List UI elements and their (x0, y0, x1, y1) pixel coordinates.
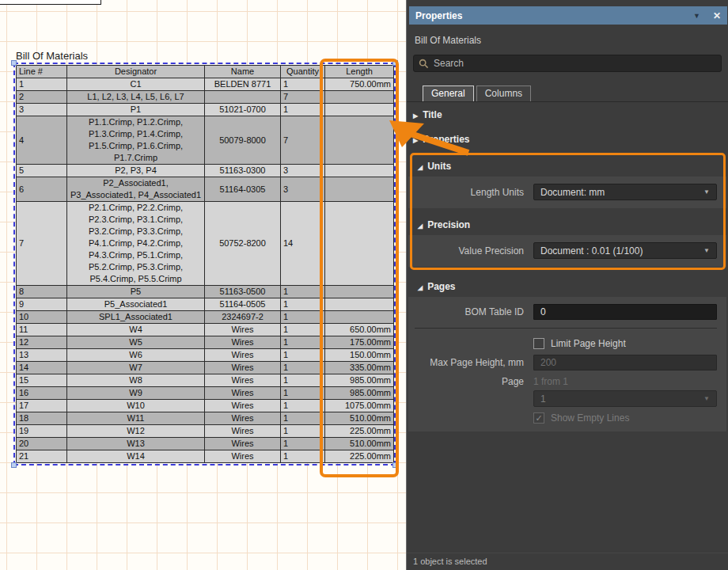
table-row[interactable]: 19W12Wires1225.00mm (17, 425, 394, 438)
bom-cell[interactable]: W8 (67, 374, 205, 387)
bom-cell[interactable]: 12 (17, 336, 67, 349)
bom-cell[interactable]: 1 (281, 298, 325, 311)
bom-cell[interactable]: 1 (281, 104, 325, 116)
table-row[interactable]: 7P2.1.Crimp, P2.2.Crimp, P2.3.Crimp, P3.… (17, 202, 394, 286)
bom-cell[interactable]: 18 (17, 412, 67, 425)
bom-cell[interactable]: W9 (67, 387, 205, 400)
bom-cell[interactable]: 7 (281, 116, 325, 165)
bom-column-header[interactable]: Length (325, 66, 394, 78)
bom-cell[interactable]: 1 (281, 311, 325, 324)
bom-cell[interactable]: 7 (281, 91, 325, 104)
bom-cell[interactable] (325, 165, 394, 177)
bom-cell[interactable]: 750.00mm (325, 78, 394, 91)
bom-cell[interactable]: 1 (281, 374, 325, 387)
bom-cell[interactable]: 19 (17, 425, 67, 438)
bom-cell[interactable]: Wires (205, 387, 281, 400)
schematic-canvas[interactable]: Bill Of Materials Line #DesignatorNameQu… (0, 0, 406, 570)
bom-cell[interactable]: 1 (281, 438, 325, 450)
bom-cell[interactable]: W11 (67, 412, 205, 425)
table-row[interactable]: 21W14Wires1225.00mm (17, 450, 394, 463)
bom-cell[interactable]: 50079-8000 (205, 116, 281, 165)
bom-cell[interactable]: W12 (67, 425, 205, 438)
bom-cell[interactable]: 1 (17, 78, 67, 91)
bom-cell[interactable]: P2.1.Crimp, P2.2.Crimp, P2.3.Crimp, P3.1… (67, 202, 205, 286)
search-box[interactable] (413, 55, 722, 72)
bom-cell[interactable]: 51163-0300 (205, 165, 281, 177)
bom-cell[interactable]: 510.00mm (325, 412, 394, 425)
table-row[interactable]: 10SPL1_Associated12324697-21 (17, 311, 394, 324)
bom-cell[interactable]: 650.00mm (325, 324, 394, 336)
bom-cell[interactable] (325, 311, 394, 324)
bom-cell[interactable] (325, 104, 394, 116)
bom-cell[interactable]: 2324697-2 (205, 311, 281, 324)
bom-cell[interactable]: Wires (205, 336, 281, 349)
table-row[interactable]: 17W10Wires11075.00mm (17, 400, 394, 412)
bom-cell[interactable] (325, 91, 394, 104)
value-precision-dropdown[interactable]: Document : 0.01 (1/100) ▼ (533, 242, 717, 259)
bom-cell[interactable]: 2 (17, 91, 67, 104)
bom-column-header[interactable]: Quantity (281, 66, 325, 78)
tab-general[interactable]: General (423, 86, 474, 101)
bom-cell[interactable]: Wires (205, 324, 281, 336)
section-properties[interactable]: ▶Properties (407, 127, 728, 151)
bom-column-header[interactable]: Line # (17, 66, 67, 78)
bom-cell[interactable]: 13 (17, 349, 67, 362)
bom-cell[interactable]: 16 (17, 387, 67, 400)
bom-cell[interactable]: 14 (281, 202, 325, 286)
bom-cell[interactable]: P5_Associated1 (67, 298, 205, 311)
table-row[interactable]: 15W8Wires1985.00mm (17, 374, 394, 387)
bom-header-row[interactable]: Line #DesignatorNameQuantityLength (17, 66, 394, 78)
bom-cell[interactable]: 11 (17, 324, 67, 336)
table-row[interactable]: 5P2, P3, P451163-03003 (17, 165, 394, 177)
bom-cell[interactable]: Wires (205, 425, 281, 438)
bom-cell[interactable]: P1 (67, 104, 205, 116)
section-precision[interactable]: ◢Precision (407, 208, 728, 235)
bom-cell[interactable]: 15 (17, 374, 67, 387)
bom-cell[interactable] (325, 177, 394, 202)
bom-cell[interactable]: 1 (281, 412, 325, 425)
selection-handle-bottom-left[interactable] (11, 462, 17, 468)
length-units-dropdown[interactable]: Document: mm ▼ (533, 184, 717, 200)
bom-cell[interactable]: 225.00mm (325, 425, 394, 438)
bom-cell[interactable]: 4 (17, 116, 67, 165)
table-row[interactable]: 11W4Wires1650.00mm (17, 324, 394, 336)
limit-page-height-checkbox[interactable] (533, 338, 544, 349)
section-units[interactable]: ◢Units (407, 153, 728, 177)
bom-cell[interactable]: P1.1.Crimp, P1.2.Crimp, P1.3.Crimp, P1.4… (67, 116, 205, 165)
bom-cell[interactable]: 6 (17, 177, 67, 202)
bom-cell[interactable]: 1 (281, 450, 325, 463)
bom-cell[interactable]: 1 (281, 425, 325, 438)
bom-cell[interactable]: 21 (17, 450, 67, 463)
bom-cell[interactable]: 50752-8200 (205, 202, 281, 286)
bom-cell[interactable]: P2, P3, P4 (67, 165, 205, 177)
bom-cell[interactable]: 51164-0305 (205, 177, 281, 202)
table-row[interactable]: 2L1, L2, L3, L4, L5, L6, L77 (17, 91, 394, 104)
bom-cell[interactable]: 3 (17, 104, 67, 116)
bom-cell[interactable]: 10 (17, 311, 67, 324)
bom-cell[interactable]: 8 (17, 286, 67, 298)
bom-cell[interactable]: 1 (281, 400, 325, 412)
bom-cell[interactable]: 150.00mm (325, 349, 394, 362)
bom-cell[interactable]: 510.00mm (325, 438, 394, 450)
search-input[interactable] (434, 58, 716, 69)
section-pages[interactable]: ◢Pages (407, 267, 728, 297)
bom-cell[interactable]: C1 (67, 78, 205, 91)
bom-cell[interactable]: 7 (17, 202, 67, 286)
bom-cell[interactable]: 1 (281, 387, 325, 400)
bom-column-header[interactable]: Designator (67, 66, 205, 78)
table-row[interactable]: 3P151021-07001 (17, 104, 394, 116)
bom-cell[interactable]: W6 (67, 349, 205, 362)
bom-cell[interactable]: Wires (205, 349, 281, 362)
bom-cell[interactable] (205, 91, 281, 104)
bom-cell[interactable]: 3 (281, 165, 325, 177)
bom-cell[interactable]: 1075.00mm (325, 400, 394, 412)
bom-cell[interactable] (325, 116, 394, 165)
table-row[interactable]: 16W9Wires1985.00mm (17, 387, 394, 400)
table-row[interactable]: 9P5_Associated151164-05051 (17, 298, 394, 311)
bom-cell[interactable]: 1 (281, 362, 325, 374)
bom-cell[interactable]: 985.00mm (325, 374, 394, 387)
selection-handle-top-right[interactable] (392, 60, 398, 66)
section-title[interactable]: ▶Title (407, 102, 728, 127)
panel-collapse-icon[interactable]: ▼ (693, 12, 700, 20)
bom-cell[interactable]: SPL1_Associated1 (67, 311, 205, 324)
